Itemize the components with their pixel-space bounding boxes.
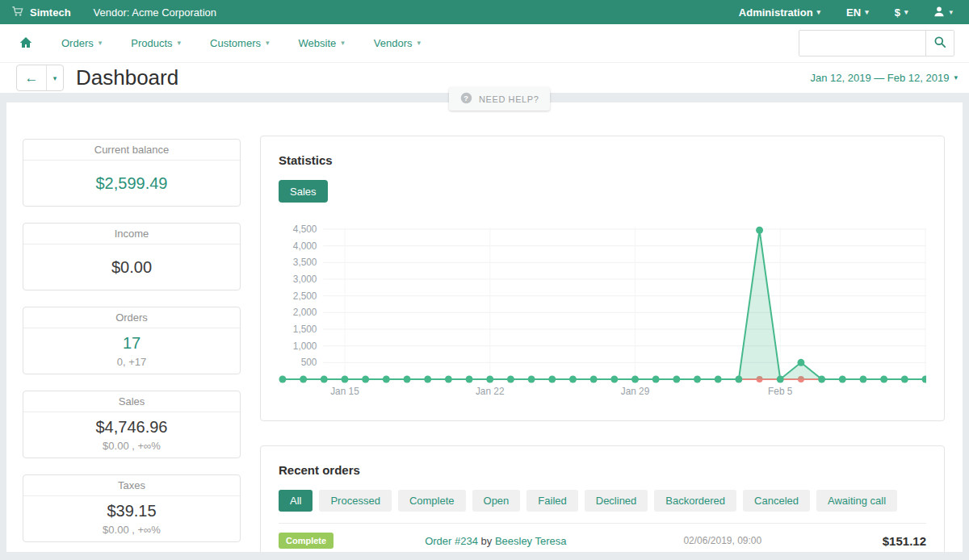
- topbar-menus: Administration ▾ EN ▾ $ ▾ ▾: [739, 6, 953, 19]
- home-icon: [19, 36, 32, 51]
- stat-card-title: Orders: [23, 307, 240, 328]
- filter-pill-processed[interactable]: Processed: [319, 490, 391, 512]
- back-dropdown-button[interactable]: ▾: [46, 65, 63, 90]
- filter-pill-failed[interactable]: Failed: [526, 490, 577, 512]
- customer-link[interactable]: Beesley Teresa: [495, 535, 567, 547]
- page-title: Dashboard: [76, 65, 178, 90]
- svg-text:2,000: 2,000: [293, 307, 317, 318]
- order-total: $151.12: [821, 534, 926, 548]
- chevron-down-icon: ▾: [954, 74, 958, 81]
- topbar: Simtech Vendor: Acme Corporation Adminis…: [0, 0, 969, 24]
- filter-pill-open[interactable]: Open: [472, 490, 521, 512]
- user-menu[interactable]: ▾: [933, 6, 953, 19]
- filter-pill-complete[interactable]: Complete: [398, 490, 466, 512]
- currency-menu[interactable]: $ ▾: [895, 6, 908, 19]
- stat-card-title: Current balance: [23, 140, 240, 161]
- recent-orders-title: Recent orders: [279, 463, 926, 477]
- svg-text:2,500: 2,500: [293, 290, 317, 302]
- help-tab-label: NEED HELP?: [479, 94, 539, 104]
- nav-item-orders[interactable]: Orders ▾: [61, 37, 102, 49]
- nav-links: Orders ▾ Products ▾ Customers ▾ Website …: [19, 36, 421, 51]
- chevron-down-icon: ▾: [417, 40, 421, 47]
- stat-card-current-balance: Current balance $2,599.49: [23, 139, 241, 207]
- back-button[interactable]: ←: [17, 65, 46, 90]
- cart-icon: [11, 6, 23, 19]
- svg-text:Jan 29: Jan 29: [621, 386, 650, 397]
- main-column: Statistics Sales 5001,0001,5002,0002,500…: [260, 136, 945, 552]
- filter-pill-canceled[interactable]: Canceled: [743, 490, 810, 512]
- stat-card-orders: Orders 17 0, +17: [23, 307, 241, 374]
- svg-text:?: ?: [464, 94, 468, 102]
- sales-tab-button[interactable]: Sales: [279, 180, 328, 203]
- chevron-down-icon: ▾: [99, 40, 103, 47]
- search-button[interactable]: [925, 31, 954, 56]
- stat-card-value: 17: [123, 334, 141, 353]
- nav-item-vendors[interactable]: Vendors ▾: [374, 37, 421, 49]
- stat-card-income: Income $0.00: [23, 223, 241, 290]
- stat-card-sub: $0.00 , +∞%: [103, 440, 161, 452]
- nav-item-website[interactable]: Website ▾: [299, 37, 345, 49]
- filter-pill-backordered[interactable]: Backordered: [654, 490, 736, 512]
- home-link[interactable]: [19, 36, 32, 51]
- language-menu[interactable]: EN ▾: [846, 6, 869, 19]
- vendor-label: Vendor: Acme Corporation: [94, 6, 216, 19]
- navbar: Orders ▾ Products ▾ Customers ▾ Website …: [0, 24, 969, 63]
- order-date: 02/06/2019, 09:00: [624, 535, 821, 546]
- help-tab[interactable]: ? NEED HELP?: [449, 87, 550, 111]
- nav-item-label: Customers: [210, 37, 261, 49]
- search-icon: [933, 36, 946, 52]
- recent-orders-panel: Recent orders AllProcessedCompleteOpenFa…: [260, 445, 945, 552]
- order-row: Complete Order #234 by Beesley Teresa 02…: [279, 524, 926, 552]
- date-range-label: Jan 12, 2019 — Feb 12, 2019: [810, 72, 949, 84]
- chevron-down-icon: ▾: [949, 9, 953, 16]
- stat-card-value: $39.15: [107, 502, 156, 520]
- svg-text:1,000: 1,000: [293, 341, 317, 352]
- search-input[interactable]: [799, 31, 925, 56]
- currency-menu-label: $: [895, 6, 900, 19]
- brand-logo[interactable]: Simtech: [30, 6, 71, 19]
- svg-text:3,000: 3,000: [293, 274, 317, 285]
- nav-item-customers[interactable]: Customers ▾: [210, 37, 269, 49]
- order-status-filters: AllProcessedCompleteOpenFailedDeclinedBa…: [279, 490, 926, 512]
- order-link[interactable]: Order #234: [425, 535, 478, 547]
- status-badge: Complete: [279, 533, 333, 549]
- svg-text:500: 500: [301, 357, 317, 368]
- chevron-down-icon: ▾: [53, 74, 57, 82]
- svg-text:3,500: 3,500: [293, 257, 317, 268]
- administration-menu-label: Administration: [739, 6, 813, 19]
- filter-pill-declined[interactable]: Declined: [585, 490, 648, 512]
- nav-item-label: Products: [131, 37, 172, 49]
- back-button-group: ← ▾: [16, 65, 64, 91]
- status-badge-cell: Complete: [279, 533, 367, 549]
- content-area: Current balance $2,599.49 Income $0.00 O…: [6, 102, 963, 552]
- nav-item-label: Website: [299, 37, 337, 49]
- sales-line-chart: 5001,0001,5002,0002,5003,0003,5004,0004,…: [279, 221, 926, 403]
- administration-menu[interactable]: Administration ▾: [739, 6, 820, 19]
- question-icon: ?: [460, 92, 472, 106]
- filter-pill-all[interactable]: All: [279, 490, 313, 512]
- chevron-down-icon: ▾: [865, 9, 869, 16]
- order-info: Order #234 by Beesley Teresa: [367, 535, 624, 547]
- statistics-panel: Statistics Sales 5001,0001,5002,0002,500…: [260, 136, 945, 421]
- svg-text:4,500: 4,500: [293, 224, 317, 235]
- svg-text:Jan 15: Jan 15: [330, 386, 359, 397]
- nav-item-label: Orders: [61, 37, 94, 49]
- nav-item-products[interactable]: Products ▾: [131, 37, 181, 49]
- chevron-down-icon: ▾: [266, 40, 270, 47]
- header-divider-strip: ? NEED HELP?: [0, 93, 969, 102]
- svg-text:Feb 5: Feb 5: [768, 386, 793, 397]
- stat-card-sub: 0, +17: [117, 356, 147, 368]
- filter-pill-awaiting-call[interactable]: Awaiting call: [816, 490, 897, 512]
- stat-card-title: Taxes: [23, 475, 240, 496]
- stat-card-value: $2,599.49: [96, 174, 168, 193]
- statistics-title: Statistics: [279, 153, 926, 167]
- chevron-down-icon: ▾: [904, 9, 908, 16]
- svg-text:4,000: 4,000: [293, 240, 317, 252]
- date-range-picker[interactable]: Jan 12, 2019 — Feb 12, 2019 ▾: [810, 72, 958, 84]
- stat-card-title: Income: [23, 224, 240, 244]
- nav-item-label: Vendors: [374, 37, 413, 49]
- svg-text:1,500: 1,500: [293, 324, 317, 335]
- stat-card-sales: Sales $4,746.96 $0.00 , +∞%: [23, 391, 241, 458]
- stat-card-value: $0.00: [111, 258, 152, 277]
- by-label: by: [481, 535, 493, 547]
